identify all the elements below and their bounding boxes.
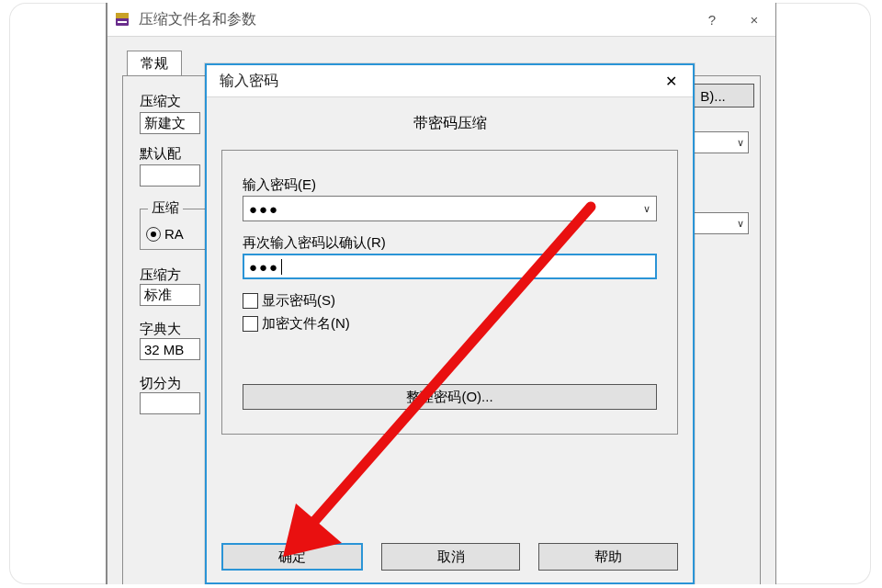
password-dialog-title-bar: 输入密码 ✕ <box>207 65 693 97</box>
enter-password-input[interactable]: ●●● ∨ <box>243 196 657 221</box>
archive-name-input[interactable]: 新建文 <box>140 112 200 134</box>
close-button[interactable]: × <box>733 3 775 36</box>
archive-dialog-title-bar: 压缩文件名和参数 ? × <box>107 3 775 37</box>
dictionary-size-label: 字典大 <box>140 321 204 338</box>
svg-rect-2 <box>118 21 127 23</box>
archive-dialog-title: 压缩文件名和参数 <box>139 10 256 29</box>
enter-password-label: 输入密码(E) <box>243 176 657 194</box>
password-cancel-button[interactable]: 取消 <box>381 543 521 571</box>
help-button[interactable]: ? <box>691 3 733 36</box>
password-heading: 带密码压缩 <box>221 114 678 133</box>
encrypt-filenames-checkbox[interactable]: 加密文件名(N) <box>243 315 657 333</box>
split-combo[interactable] <box>140 392 200 414</box>
svg-rect-1 <box>116 13 129 18</box>
password-close-button[interactable]: ✕ <box>652 65 689 96</box>
password-dialog: 输入密码 ✕ 带密码压缩 输入密码(E) ●●● ∨ 再次输入密码以确认(R) … <box>205 63 695 584</box>
radio-dot-icon <box>146 227 161 242</box>
compress-method-label: 压缩方 <box>140 266 204 284</box>
tab-general[interactable]: 常规 <box>127 51 182 76</box>
password-group: 输入密码(E) ●●● ∨ 再次输入密码以确认(R) ●●● 显示密码(S) 加… <box>221 150 678 435</box>
default-profile-input[interactable] <box>140 164 200 187</box>
winrar-icon <box>113 10 131 28</box>
organize-passwords-button[interactable]: 整理密码(O)... <box>243 384 657 410</box>
checkbox-icon <box>243 316 258 332</box>
show-password-checkbox[interactable]: 显示密码(S) <box>243 292 657 310</box>
chevron-down-icon: ∨ <box>643 203 650 215</box>
compress-method-combo[interactable]: 标准 <box>140 284 200 306</box>
default-profile-label: 默认配 <box>140 145 204 163</box>
chevron-down-icon: ∨ <box>737 218 744 230</box>
reenter-password-input[interactable]: ●●● <box>243 254 657 279</box>
checkbox-icon <box>243 293 258 309</box>
dictionary-size-combo[interactable]: 32 MB <box>140 338 200 360</box>
format-legend: 压缩 <box>148 199 183 217</box>
password-dialog-title: 输入密码 <box>220 72 278 91</box>
password-ok-button[interactable]: 确定 <box>221 543 363 571</box>
split-label: 切分为 <box>140 375 204 392</box>
reenter-password-label: 再次输入密码以确认(R) <box>243 234 657 252</box>
password-help-button[interactable]: 帮助 <box>538 543 678 571</box>
archive-name-label: 压缩文 <box>140 93 204 110</box>
format-rar-radio[interactable]: RA <box>146 226 207 242</box>
chevron-down-icon: ∨ <box>737 137 744 149</box>
